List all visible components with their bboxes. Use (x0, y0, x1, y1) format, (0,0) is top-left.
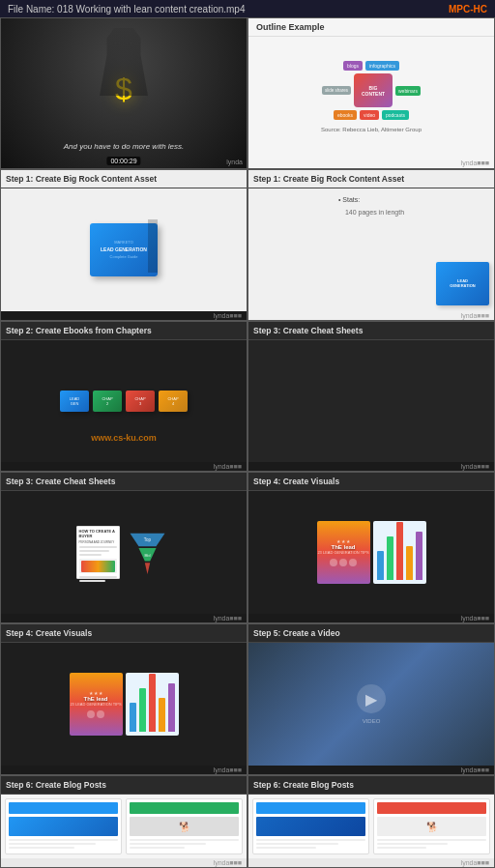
lynda-watermark-1: lynda (226, 159, 243, 165)
ebooks-row: LEADGEN CHAP2 CHAP3 CHAP4 (55, 386, 192, 417)
cell-step1-right: Step 1: Create Big Rock Content Asset • … (248, 169, 495, 321)
funnel-diagram: Top Mid (124, 526, 172, 579)
bar-2-3 (149, 674, 156, 732)
book-cover: MARKETO LEAD GENERATION Complete Guide (90, 223, 158, 276)
bar-2-5 (168, 683, 175, 732)
cheat-content: HOW TO CREATE A BUYER PERSONA AND JOURNE… (72, 521, 177, 584)
outline-title: Outline Example (248, 18, 494, 37)
box-webinars: webinars (395, 86, 421, 96)
lynda-footer-6: lynda■■■ (1, 614, 247, 622)
step4-right-header: Step 4: Create Visuals (248, 473, 494, 491)
box-infographics: infographics (365, 61, 399, 71)
cell-video-hero: $ And you have to do more with less. 00:… (0, 17, 248, 169)
step1-right-header: Step 1: Create Big Rock Content Asset (248, 170, 494, 188)
cell-step6-right: Step 6: Create Blog Posts 🐕 (248, 775, 495, 868)
lynda-footer-7: lynda■■■ (248, 614, 494, 622)
ebook-1: LEADGEN (60, 391, 89, 412)
main-grid: $ And you have to do more with less. 00:… (0, 17, 495, 868)
lynda-footer-11: lynda■■■ (248, 858, 494, 867)
bar-chart (373, 521, 426, 584)
blog-article-4: 🐕 (373, 798, 490, 854)
lead-subtitle: 23 LEAD GENERATION TIPS (317, 550, 368, 555)
visuals-content: ★ ★ ★ ThE lead 23 LEAD GENERATION TIPS (312, 516, 431, 589)
ebook-4: CHAP4 (159, 391, 188, 412)
cell-step1-left: Step 1: Create Big Rock Content Asset MA… (0, 169, 248, 321)
step3-content-header: Step 3: Create Cheat Sheets (1, 473, 247, 491)
bar-chart-2 (126, 673, 179, 736)
video-thumbnail: ▶ VIDEO (248, 643, 494, 766)
outline-diagram: blogs infographics slide shares BIGCONTE… (321, 61, 422, 132)
book-subtitle-text: Complete Guide (110, 254, 138, 259)
bar-2-2 (139, 688, 146, 732)
book-cover-right: LEADGENERATION (436, 262, 489, 305)
brand-logo: MPC-HC (449, 4, 487, 14)
lynda-footer-3: lynda■■■ (248, 311, 494, 320)
hero-silhouette (100, 28, 148, 96)
bar-3 (396, 522, 403, 580)
lead-poster: ★ ★ ★ ThE lead 23 LEAD GENERATION TIPS (317, 521, 370, 584)
central-box: BIGCONTENT (354, 73, 393, 107)
blog-article-1 (5, 798, 122, 854)
step6-right-header: Step 6: Create Blog Posts (248, 776, 494, 795)
ebook-3: CHAP3 (126, 391, 155, 412)
cell-step3-empty: Step 3: Create Cheat Sheets lynda■■■ (248, 321, 495, 473)
cell-outline: Outline Example blogs infographics slide… (248, 17, 495, 169)
cell-step5: Step 5: Create a Video ▶ VIDEO lynda■■■ (248, 623, 495, 775)
lynda-footer-8: lynda■■■ (1, 766, 247, 774)
cell-step6-left: Step 6: Create Blog Posts 🐕 (0, 775, 248, 868)
box-video: video (360, 110, 379, 120)
lynda-footer-4: lynda■■■ (1, 462, 247, 471)
step5-header: Step 5: Create a Video (248, 624, 494, 643)
step2-header: Step 2: Create Ebooks from Chapters (1, 322, 247, 340)
blog-article-3 (252, 798, 369, 854)
bar-2 (387, 536, 393, 580)
blog-article-2: 🐕 (126, 798, 243, 854)
box-podcasts: podcasts (382, 110, 409, 120)
timestamp-badge: 00:00:29 (106, 157, 140, 165)
bar-5 (416, 532, 422, 580)
step3-empty-header: Step 3: Create Cheat Sheets (248, 322, 494, 340)
stats-detail: 140 pages in length (334, 206, 409, 218)
lead-subtitle-2: 23 LEAD GENERATION TIPS (70, 702, 121, 707)
file-info: File Name: 018 Working with lean content… (8, 4, 246, 14)
svg-text:Mid: Mid (145, 554, 151, 558)
box-ebooks: ebooks (334, 110, 357, 120)
title-bar: File Name: 018 Working with lean content… (0, 0, 495, 17)
watermark-text: www.cs-ku.com (91, 433, 157, 443)
lynda-footer-10: lynda■■■ (1, 858, 247, 867)
lynda-footer-1: lynda■■■ (248, 158, 494, 168)
outline-source: Source: Rebecca Lieb, Altimeter Group (321, 127, 422, 132)
lynda-footer-2: lynda■■■ (1, 311, 247, 320)
bar-1 (377, 551, 384, 580)
cell-step3-content: Step 3: Create Cheat Sheets HOW TO CREAT… (0, 472, 248, 623)
bar-2-1 (130, 703, 136, 732)
bar-2-4 (159, 698, 165, 732)
box-slide-shares: slide shares (322, 86, 351, 95)
stats-label: • Stats: (334, 193, 409, 206)
step6-left-header: Step 6: Create Blog Posts (1, 776, 247, 795)
lynda-footer-5: lynda■■■ (248, 462, 494, 471)
cell-step4-right: Step 4: Create Visuals ★ ★ ★ ThE lead 23… (248, 472, 495, 623)
step1-left-header: Step 1: Create Big Rock Content Asset (1, 170, 247, 188)
svg-text:Top: Top (144, 537, 152, 542)
visuals-content-2: ★ ★ ★ ThE lead 23 LEAD GENERATION TIPS (65, 668, 184, 740)
bar-4 (406, 546, 413, 580)
lead-poster-2: ★ ★ ★ ThE lead 23 LEAD GENERATION TIPS (70, 673, 123, 736)
cell-step4-left-dup: Step 4: Create Visuals ★ ★ ★ ThE lead 23… (0, 623, 248, 775)
blog-content-right: 🐕 (248, 795, 494, 858)
book-title-text: LEAD GENERATION (101, 246, 147, 252)
blog-content-left: 🐕 (1, 795, 247, 858)
ebook-2: CHAP2 (93, 391, 122, 412)
step4-left-dup-header: Step 4: Create Visuals (1, 624, 247, 643)
hero-caption: And you have to do more with less. (1, 142, 247, 151)
cell-step2: Step 2: Create Ebooks from Chapters LEAD… (0, 321, 248, 473)
cheat-sheet-1: HOW TO CREATE A BUYER PERSONA AND JOURNE… (76, 526, 120, 579)
svg-marker-2 (145, 563, 150, 574)
lynda-footer-9: lynda■■■ (248, 766, 494, 774)
box-blogs: blogs (343, 61, 363, 71)
